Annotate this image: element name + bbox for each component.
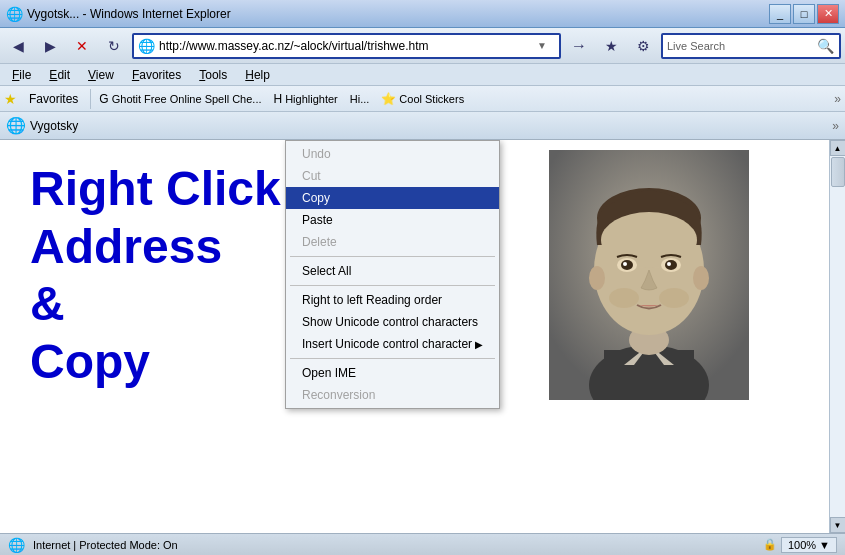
scroll-up-button[interactable]: ▲ (830, 140, 846, 156)
title-text: Vygotsk... - Windows Internet Explorer (27, 7, 769, 21)
menu-file[interactable]: File (4, 66, 39, 84)
page-content: Right Click Address & Copy (0, 140, 829, 533)
portrait-image (549, 150, 749, 400)
svg-point-12 (621, 260, 633, 270)
svg-point-16 (589, 266, 605, 290)
ghotit-label: Ghotit Free Online Spell Che... (112, 93, 262, 105)
page-icon: 🌐 (138, 38, 155, 54)
ctx-separator-3 (290, 358, 495, 359)
add-bookmark-button[interactable]: ★ (597, 32, 625, 60)
show-unicode-label: Show Unicode control characters (302, 315, 478, 329)
paste-label: Paste (302, 213, 333, 227)
cut-label: Cut (302, 169, 321, 183)
menu-favorites[interactable]: Favorites (124, 66, 189, 84)
favorites-extend[interactable]: » (834, 92, 841, 106)
menu-help[interactable]: Help (237, 66, 278, 84)
favorites-star-icon: ★ (4, 91, 17, 107)
hi-label: Hi... (350, 93, 370, 105)
ctx-delete[interactable]: Delete (286, 231, 499, 253)
ctx-copy[interactable]: Copy (286, 187, 499, 209)
ctx-separator-1 (290, 256, 495, 257)
ghotit-icon: G (99, 92, 108, 106)
ctx-insert-unicode[interactable]: Insert Unicode control character ▶ (286, 333, 499, 355)
forward-button[interactable]: ▶ (36, 32, 64, 60)
status-globe-icon: 🌐 (8, 537, 25, 553)
search-bar[interactable]: Live Search 🔍 (661, 33, 841, 59)
separator (90, 89, 91, 109)
content-area: Right Click Address & Copy (0, 140, 845, 533)
fav-item-ghotit[interactable]: G Ghotit Free Online Spell Che... (95, 90, 265, 108)
back-button[interactable]: ◀ (4, 32, 32, 60)
favorites-button[interactable]: Favorites (21, 90, 86, 108)
close-button[interactable]: ✕ (817, 4, 839, 24)
browser-icon: 🌐 (6, 6, 23, 22)
search-button[interactable]: 🔍 (815, 36, 835, 56)
go-button[interactable]: → (565, 32, 593, 60)
scroll-thumb[interactable] (831, 157, 845, 187)
toolbar-extend[interactable]: » (832, 119, 839, 133)
stickers-label: Cool Stickers (399, 93, 464, 105)
reconversion-label: Reconversion (302, 388, 375, 402)
page-tab-label[interactable]: Vygotsky (30, 119, 78, 133)
highlighter-label: Highlighter (285, 93, 338, 105)
secondary-toolbar: 🌐 Vygotsky » (0, 112, 845, 140)
open-ime-label: Open IME (302, 366, 356, 380)
ctx-rtl[interactable]: Right to left Reading order (286, 289, 499, 311)
undo-label: Undo (302, 147, 331, 161)
svg-point-13 (665, 260, 677, 270)
zoom-control[interactable]: 100% ▼ (781, 537, 837, 553)
scroll-down-button[interactable]: ▼ (830, 517, 846, 533)
status-text: Internet | Protected Mode: On (33, 539, 755, 551)
maximize-button[interactable]: □ (793, 4, 815, 24)
svg-point-18 (609, 288, 639, 308)
refresh-button[interactable]: ↻ (100, 32, 128, 60)
scrollbar[interactable]: ▲ ▼ (829, 140, 845, 533)
svg-point-15 (667, 262, 671, 266)
tools-quick-button[interactable]: ⚙ (629, 32, 657, 60)
status-zone: 🔒 100% ▼ (763, 537, 837, 553)
address-dropdown[interactable]: ▼ (537, 40, 555, 51)
stickers-icon: ⭐ (381, 92, 396, 106)
fav-item-hi[interactable]: Hi... (346, 91, 374, 107)
svg-point-19 (659, 288, 689, 308)
ctx-open-ime[interactable]: Open IME (286, 362, 499, 384)
ctx-separator-2 (290, 285, 495, 286)
submenu-arrow-icon: ▶ (475, 339, 483, 350)
minimize-button[interactable]: _ (769, 4, 791, 24)
ctx-undo[interactable]: Undo (286, 143, 499, 165)
ie-logo-icon: 🌐 (6, 116, 26, 136)
lock-icon: 🔒 (763, 538, 777, 551)
scroll-track[interactable] (830, 156, 845, 517)
copy-label: Copy (302, 191, 330, 205)
menu-view[interactable]: View (80, 66, 122, 84)
rtl-label: Right to left Reading order (302, 293, 442, 307)
address-bar[interactable]: 🌐 ▼ (132, 33, 561, 59)
fav-item-highlighter[interactable]: H Highlighter (270, 90, 342, 108)
delete-label: Delete (302, 235, 337, 249)
menu-edit[interactable]: Edit (41, 66, 78, 84)
nav-toolbar: ◀ ▶ ✕ ↻ 🌐 ▼ → ★ ⚙ Live Search 🔍 (0, 28, 845, 64)
search-label: Live Search (667, 40, 815, 52)
ctx-select-all[interactable]: Select All (286, 260, 499, 282)
menu-bar: File Edit View Favorites Tools Help (0, 64, 845, 86)
portrait-svg (549, 150, 749, 400)
status-bar: 🌐 Internet | Protected Mode: On 🔒 100% ▼ (0, 533, 845, 555)
svg-point-9 (601, 212, 697, 268)
fav-item-cool-stickers[interactable]: ⭐ Cool Stickers (377, 90, 468, 108)
svg-point-17 (693, 266, 709, 290)
zoom-value: 100% (788, 539, 816, 551)
ctx-show-unicode[interactable]: Show Unicode control characters (286, 311, 499, 333)
address-input[interactable] (159, 39, 537, 53)
svg-rect-3 (604, 350, 694, 400)
insert-unicode-label: Insert Unicode control character (302, 337, 472, 351)
window-controls: _ □ ✕ (769, 4, 839, 24)
ctx-paste[interactable]: Paste (286, 209, 499, 231)
ctx-reconversion[interactable]: Reconversion (286, 384, 499, 406)
menu-tools[interactable]: Tools (191, 66, 235, 84)
favorites-bar: ★ Favorites G Ghotit Free Online Spell C… (0, 86, 845, 112)
highlighter-icon: H (274, 92, 283, 106)
stop-button[interactable]: ✕ (68, 32, 96, 60)
ctx-cut[interactable]: Cut (286, 165, 499, 187)
title-bar: 🌐 Vygotsk... - Windows Internet Explorer… (0, 0, 845, 28)
context-menu[interactable]: Undo Cut Copy Paste Delete Select All Ri… (285, 140, 500, 409)
